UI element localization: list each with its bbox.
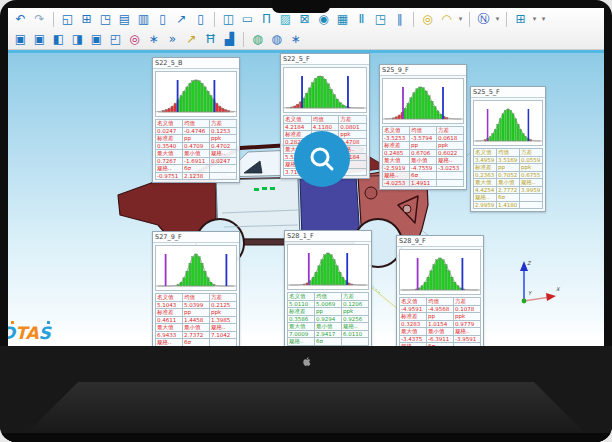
toolbar-separator [243,32,244,47]
stat-label: 方差 [437,127,464,135]
vector-angle-icon[interactable]: » [163,30,182,48]
barrel-rotate-left-icon[interactable]: ◍ [248,30,267,48]
stat-label: 最小值 [315,323,342,331]
import-file-icon[interactable]: ◱ [58,10,77,28]
stat-label: 均值 [315,293,342,301]
stat-value: 5.0399 [183,301,210,309]
calculator-tool-icon[interactable]: ⊞ [511,10,530,28]
panel-title: S28_9_F [397,236,483,247]
sphere-more-icon[interactable]: ▾ [493,10,502,28]
histogram-chart [382,78,464,124]
press-tool-icon[interactable]: ▟ [220,30,239,48]
report-doc-icon[interactable]: ▤ [115,10,134,28]
stat-value: 0.0247 [156,127,183,135]
mirror-panes-icon[interactable]: ∥ [390,10,409,28]
stat-value: 4.2184 [284,123,312,131]
stat-label: 最大值 [474,179,497,187]
stat-table: 名义值均值方差0.0247-0.47460.1253标准差ppppk0.3540… [155,119,237,180]
protractor-measure-icon[interactable]: ◠ [437,10,456,28]
grid-view-icon[interactable]: ▦ [333,10,352,28]
clipboard-icon[interactable]: ▯ [191,10,210,28]
axis-label-y: Y [528,290,532,296]
network-sphere-icon[interactable]: ∗ [144,30,163,48]
fixture-3-icon[interactable]: ◧ [49,30,68,48]
stat-label: 均值 [183,120,210,128]
split-columns-view-icon[interactable]: ◫ [219,10,238,28]
axis-label-z: Z [527,260,532,266]
height-tool-icon[interactable]: Ħ [201,30,220,48]
chart-doc-icon[interactable]: ▥ [134,10,153,28]
camera-notch [272,0,330,13]
stat-label: pp [183,135,210,143]
redo-icon[interactable]: ↷ [30,10,49,28]
main-toolbar: ↶↷◱⊞◳▤▥▯↗▯◫▭Π▨⊠◉▦Ⅱ◳∥◎◠▾Ⓝ▾⊞▾▾ ▣▣◧◨▣◰◎∗»↗Ħ… [8,8,604,50]
stat-value: 0.1206 [342,300,369,308]
page-flip-icon[interactable]: ◳ [371,10,390,28]
stat-value: 5.0110 [288,300,315,308]
stat-label: 规格.. [474,194,497,202]
stat-label: 标准差 [474,164,497,172]
stat-label: ppk [454,313,481,321]
stat-label: 规格.. [288,338,315,346]
stat-panel-s25-9-f[interactable]: S25_9_F 名义值均值方差-3.5253-3.57940.0618标准差pp… [379,64,467,190]
stat-label: 名义值 [156,294,183,302]
stat-panel-s28-9-f[interactable]: S28_9_F 名义值均值方差-4.9591-4.95680.1078标准差pp… [396,235,484,346]
stat-label: 均值 [427,298,454,306]
stat-label: 标准差 [156,135,183,143]
stat-value: 3.5169 [497,156,520,164]
stat-panel-s28-1-f[interactable]: S28_1_F 名义值均值方差5.01105.00690.1206标准差pppp… [284,230,372,346]
fixture-1-icon[interactable]: ▣ [11,30,30,48]
copy-doc-icon[interactable]: ▯ [153,10,172,28]
magnifier-icon [307,144,337,174]
toolbar-separator [214,12,215,27]
stat-label: 名义值 [400,298,427,306]
clamp-tool-icon[interactable]: Ⅱ [352,10,371,28]
stat-panel-s25-5-f[interactable]: S25_5_F 名义值均值方差3.49593.51690.0559标准差pppp… [470,86,546,212]
stat-value: 1.3985 [210,316,237,324]
edit-doc-icon[interactable]: ↗ [172,10,191,28]
stat-panel-s22-5-b[interactable]: S22_5_B 名义值均值方差0.0247-0.47460.1253标准差ppp… [152,57,240,183]
target-measure-icon[interactable]: ◎ [418,10,437,28]
barrel-rotate-right-icon[interactable]: ◍ [267,30,286,48]
fixture-5-icon[interactable]: ▣ [87,30,106,48]
stat-label [210,339,237,347]
stat-value: 0.6022 [437,149,464,157]
sphere-n-tool-icon[interactable]: Ⓝ [474,10,493,28]
stat-value: 2.9959 [474,201,497,209]
fixture-2-icon[interactable]: ▣ [30,30,49,48]
table-view-icon[interactable]: Π [257,10,276,28]
stat-label [210,165,237,173]
3d-viewport[interactable]: S22_5_B 名义值均值方差0.0247-0.47460.1253标准差ppp… [8,50,604,346]
measure-more-icon[interactable]: ▾ [456,10,465,28]
stat-value: -2.5919 [383,164,410,172]
stat-value: 2.1238 [183,172,210,180]
window-view-icon[interactable]: ▭ [238,10,257,28]
panel-title: S25_5_F [471,87,545,98]
stat-value: -6.3911 [427,335,454,343]
undo-icon[interactable]: ↶ [11,10,30,28]
new-file-icon[interactable]: ⊞ [77,10,96,28]
stat-label: 规格.. [210,150,237,158]
open-file-icon[interactable]: ◳ [96,10,115,28]
logo-letter: A [25,323,38,343]
stat-value: 2.9417 [315,330,342,338]
stat-label: 规格.. [342,323,369,331]
calculator-more-icon[interactable]: ▾ [530,10,539,28]
stat-label: ppk [210,135,237,143]
stat-label: 最大值 [400,328,427,336]
monitor-stand [28,382,584,432]
fixture-4-icon[interactable]: ◨ [68,30,87,48]
stat-label: pp [410,142,437,150]
vector-point-icon[interactable]: ↗ [182,30,201,48]
cube-measure-icon[interactable]: ◰ [106,30,125,48]
extra-more-icon[interactable]: ▾ [539,10,548,28]
zoom-magnifier-button[interactable] [294,131,350,187]
explode-star-icon[interactable]: ∗ [286,30,305,48]
histogram-chart [287,244,369,290]
stat-label: 名义值 [156,120,183,128]
toolbar-separator [413,12,414,27]
stat-panel-s27-9-f[interactable]: S27_9_F 名义值均值方差5.10435.03990.2125标准差pppp… [152,231,240,346]
car-door-crease [224,225,298,227]
location-pin-icon[interactable]: ◎ [125,30,144,48]
stat-value: 0.2485 [383,149,410,157]
